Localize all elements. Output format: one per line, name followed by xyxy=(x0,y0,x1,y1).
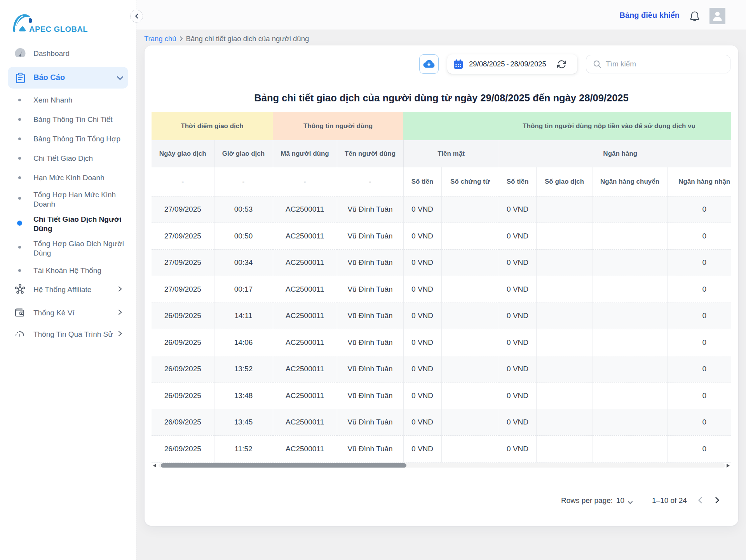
svg-text:APEC GLOBAL: APEC GLOBAL xyxy=(29,25,88,33)
